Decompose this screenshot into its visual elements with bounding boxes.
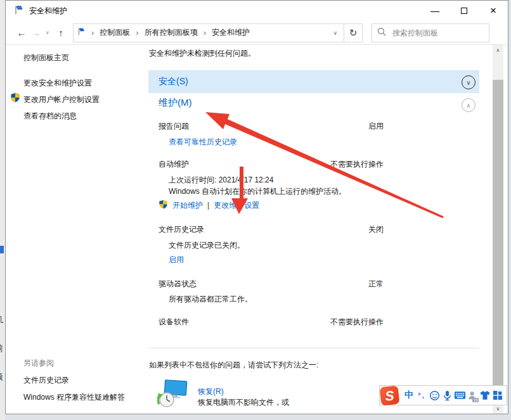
status-value: 不需要执行操作 [330,317,384,328]
status-value: 启用 [368,121,384,132]
uac-shield-icon [158,200,168,211]
sidebar-item-home[interactable]: 控制面板主页 [23,53,69,63]
sidebar: 控制面板主页 更改安全和维护设置 更改用户帐户控制设置 查看存档的消息 另请参阅… [6,45,149,414]
drive-status-desc: 所有驱动器都正常工作。 [169,294,252,305]
close-icon: × [490,4,496,17]
status-value: 不需要执行操作 [330,159,384,170]
sidebar-item-archived-messages[interactable]: 查看存档的消息 [23,111,77,122]
chevron-down-icon: ∨ [46,30,49,35]
maintenance-collapse-button[interactable]: ∧ [462,98,475,112]
microphone-icon [443,390,452,401]
sogou-s: S [384,387,394,403]
maintenance-actions: 开始维护 | 更改维护设置 [158,200,259,211]
breadcrumb-separator: › [86,28,100,37]
minimize-icon: — [430,6,439,16]
vertical-scrollbar[interactable]: ∧ ∨ [493,45,503,414]
see-also-header: 另请参阅 [23,358,54,369]
search-icon [377,27,386,38]
edge-text-fragment: 预 [0,371,5,383]
address-bar[interactable]: › 控制面板 › 所有控制面板项 › 安全和维护 ∨ [73,23,344,42]
row-file-history: 文件历史记录 关闭 [148,224,479,236]
ime-toolbox-button[interactable] [491,387,504,404]
smiley-icon [429,390,440,401]
recovery-link[interactable]: 恢复(R) [198,387,224,396]
edge-text-fragment: 机 [0,314,5,326]
punctuation-icon: °， [418,391,425,400]
recovery-item[interactable]: 恢复(R) 恢复电脑而不影响文件，或 [157,379,289,412]
recovery-icon [157,379,189,412]
flag-icon [14,5,24,17]
file-history-desc: 文件历史记录已关闭。 [169,240,245,251]
ime-chinese-mode-button[interactable]: 中 [403,387,415,404]
security-expand-button[interactable]: ∨ [462,75,475,89]
address-dropdown-button[interactable]: ∨ [333,30,340,36]
footer-prompt: 如果列表中不包括你的问题，请尝试下列方法之一: [149,360,479,371]
maintenance-section-title[interactable]: 维护(M) [158,97,192,109]
window-title: 安全和维护 [29,6,67,16]
status-value: 关闭 [368,224,384,235]
breadcrumb-separator: › [198,28,212,37]
maximize-icon [461,8,467,14]
recovery-desc: 恢复电脑而不影响文件，或 [198,398,289,407]
ime-keyboard-button[interactable] [453,387,466,404]
flag-icon-small [77,27,86,38]
sidebar-item-change-settings[interactable]: 更改安全和维护设置 [23,78,92,89]
recent-pages-dropdown[interactable]: ∨ [42,30,53,35]
ime-skin-button[interactable] [479,387,491,404]
breadcrumb-separator: › [130,28,144,37]
divider [148,348,479,348]
titlebar: 安全和维护 — × [6,1,508,21]
row-label: 自动维护 [158,159,189,170]
background-window-edge: 机 前 预 [0,0,5,420]
sidebar-item-file-history[interactable]: 文件历史记录 [23,375,69,386]
search-box[interactable] [372,23,489,42]
security-and-maintenance-window: 安全和维护 — × ← → ∨ ↑ › 控制面板 › 所有控制面板项 › 安全和… [5,0,508,414]
scrollbar-thumb[interactable] [493,80,503,388]
sidebar-item-uac[interactable]: 更改用户帐户控制设置 [23,94,100,105]
breadcrumb-all-items[interactable]: 所有控制面板项 [145,27,198,38]
minimize-button[interactable]: — [420,1,450,21]
enable-file-history-link[interactable]: 启用 [169,255,184,265]
ime-account-button[interactable]: 19 [466,387,479,404]
security-section-title[interactable]: 安全(S) [158,76,188,87]
maximize-button[interactable] [450,1,479,21]
sogou-logo-icon[interactable]: S [380,385,400,405]
start-maintenance-link[interactable]: 开始维护 [172,200,203,211]
chinese-mode-label: 中 [404,390,413,401]
change-maintenance-settings-link[interactable]: 更改维护设置 [214,200,259,211]
up-icon: ↑ [58,27,63,38]
ime-toolbar: S 中 °， 19 [379,385,507,405]
ime-emoji-button[interactable] [428,387,441,404]
status-message: 安全和维护未检测到任何问题。 [149,48,256,59]
row-label: 文件历史记录 [158,224,204,235]
row-drive-status: 驱动器状态 正常 [148,279,479,290]
row-label: 驱动器状态 [158,279,197,290]
chevron-up-icon: ∧ [466,102,470,109]
ime-punctuation-button[interactable]: °， [415,387,428,404]
main-content: 安全和维护未检测到任何问题。 安全(S) ∨ 维护(M) ∧ 报告问题 启用 查… [148,45,479,414]
security-section-header[interactable]: 安全(S) ∨ [148,70,479,93]
row-automatic-maintenance: 自动维护 不需要执行操作 [148,159,479,170]
grid-icon [493,390,503,400]
forward-button[interactable]: → [29,27,42,38]
search-input[interactable] [392,29,475,37]
reliability-history-link[interactable]: 查看可靠性历史记录 [169,137,237,148]
refresh-button[interactable]: ↻ [344,23,363,42]
chevron-down-icon: ∨ [333,30,337,36]
close-button[interactable]: × [479,1,508,21]
forward-icon: → [31,27,41,38]
breadcrumb-security-maintenance[interactable]: 安全和维护 [212,27,250,38]
up-button[interactable]: ↑ [53,27,69,38]
back-button[interactable]: ← [15,27,29,38]
row-report-problems: 报告问题 启用 [148,121,479,132]
chevron-down-icon: ∨ [496,406,500,412]
back-icon: ← [17,27,27,38]
sidebar-item-compat-troubleshooter[interactable]: Windows 程序兼容性疑难解答 [23,392,125,403]
row-label: 报告问题 [158,121,189,132]
ime-voice-button[interactable] [441,387,453,404]
maintenance-section-header[interactable]: 维护(M) ∧ [148,93,479,116]
scroll-up-button[interactable]: ∧ [493,45,503,56]
status-value: 正常 [368,279,384,290]
breadcrumb-control-panel[interactable]: 控制面板 [100,27,130,38]
edge-text-fragment: 前 [0,343,5,354]
